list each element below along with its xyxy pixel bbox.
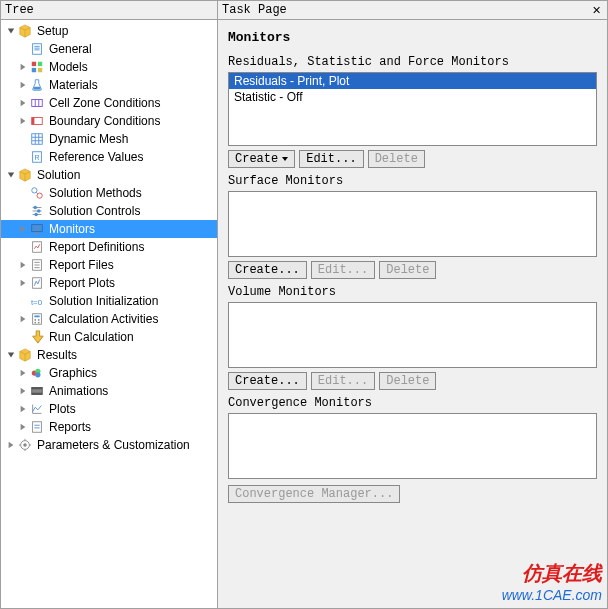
tree-item-report-definitions[interactable]: Report Definitions	[1, 238, 217, 256]
task-title: Task Page	[222, 3, 287, 17]
expand-icon[interactable]	[17, 261, 29, 269]
tree-item-graphics[interactable]: Graphics	[1, 364, 217, 382]
flask-icon	[29, 77, 45, 93]
convergence-listbox[interactable]	[228, 413, 597, 479]
tree-item-label: Animations	[48, 384, 108, 398]
report-def-icon	[29, 239, 45, 255]
controls-icon	[29, 203, 45, 219]
tree-item-boundary-conditions[interactable]: Boundary Conditions	[1, 112, 217, 130]
params-icon	[17, 437, 33, 453]
doc-icon	[29, 41, 45, 57]
expand-icon[interactable]	[17, 99, 29, 107]
volume-listbox[interactable]	[228, 302, 597, 368]
tree-item-solution-controls[interactable]: Solution Controls	[1, 202, 217, 220]
tree-item-label: Dynamic Mesh	[48, 132, 128, 146]
tree-item-label: Parameters & Customization	[36, 438, 190, 452]
tree-item-solution[interactable]: Solution	[1, 166, 217, 184]
expand-icon[interactable]	[5, 441, 17, 449]
monitor-icon	[29, 221, 45, 237]
page-heading: Monitors	[228, 30, 597, 45]
tree-item-solution-methods[interactable]: Solution Methods	[1, 184, 217, 202]
run-icon	[29, 329, 45, 345]
create-button-surface[interactable]: Create...	[228, 261, 307, 279]
create-button-volume[interactable]: Create...	[228, 372, 307, 390]
tree-item-materials[interactable]: Materials	[1, 76, 217, 94]
tree-item-label: Models	[48, 60, 88, 74]
delete-button[interactable]: Delete	[368, 150, 425, 168]
create-dropdown-button[interactable]: Create	[228, 150, 295, 168]
tree-item-run-calculation[interactable]: Run Calculation	[1, 328, 217, 346]
methods-icon	[29, 185, 45, 201]
tree-item-parameters-customization[interactable]: Parameters & Customization	[1, 436, 217, 454]
tree-item-reference-values[interactable]: Reference Values	[1, 148, 217, 166]
anim-icon	[29, 383, 45, 399]
tree-item-dynamic-mesh[interactable]: Dynamic Mesh	[1, 130, 217, 148]
tree-item-label: Reference Values	[48, 150, 144, 164]
edit-button[interactable]: Edit...	[299, 150, 363, 168]
tree-item-plots[interactable]: Plots	[1, 400, 217, 418]
tree-item-setup[interactable]: Setup	[1, 22, 217, 40]
tree-item-label: Monitors	[48, 222, 95, 236]
delete-button-surface[interactable]: Delete	[379, 261, 436, 279]
expand-icon[interactable]	[17, 225, 29, 233]
expand-icon[interactable]	[17, 387, 29, 395]
collapse-icon[interactable]	[5, 351, 17, 359]
expand-icon[interactable]	[17, 369, 29, 377]
tree-item-label: Solution Initialization	[48, 294, 158, 308]
tree-item-calculation-activities[interactable]: Calculation Activities	[1, 310, 217, 328]
tree-item-label: Results	[36, 348, 77, 362]
tree-item-label: Solution Controls	[48, 204, 140, 218]
delete-button-volume[interactable]: Delete	[379, 372, 436, 390]
expand-icon[interactable]	[17, 81, 29, 89]
task-panel: Task Page ✕ Monitors Residuals, Statisti…	[218, 0, 608, 609]
convergence-manager-button[interactable]: Convergence Manager...	[228, 485, 400, 503]
tree-item-label: Run Calculation	[48, 330, 134, 344]
collapse-icon[interactable]	[5, 27, 17, 35]
reports-icon	[29, 419, 45, 435]
models-icon	[29, 59, 45, 75]
tree-item-solution-initialization[interactable]: Solution Initialization	[1, 292, 217, 310]
graphics-icon	[29, 365, 45, 381]
tree-item-monitors[interactable]: Monitors	[1, 220, 217, 238]
list-item[interactable]: Statistic - Off	[229, 89, 596, 105]
tree-item-label: Plots	[48, 402, 76, 416]
tree-item-label: General	[48, 42, 92, 56]
expand-icon[interactable]	[17, 117, 29, 125]
tree-item-results[interactable]: Results	[1, 346, 217, 364]
edit-button-surface[interactable]: Edit...	[311, 261, 375, 279]
convergence-section-label: Convergence Monitors	[228, 396, 597, 410]
volume-section-label: Volume Monitors	[228, 285, 597, 299]
surface-section-label: Surface Monitors	[228, 174, 597, 188]
collapse-icon[interactable]	[5, 171, 17, 179]
tree-item-label: Boundary Conditions	[48, 114, 160, 128]
expand-icon[interactable]	[17, 63, 29, 71]
tree-item-label: Report Files	[48, 258, 114, 272]
edit-button-volume[interactable]: Edit...	[311, 372, 375, 390]
calc-icon	[29, 311, 45, 327]
tree-item-cell-zone-conditions[interactable]: Cell Zone Conditions	[1, 94, 217, 112]
expand-icon[interactable]	[17, 423, 29, 431]
tree-item-report-files[interactable]: Report Files	[1, 256, 217, 274]
dynmesh-icon	[29, 131, 45, 147]
init-icon	[29, 293, 45, 309]
expand-icon[interactable]	[17, 405, 29, 413]
list-item[interactable]: Residuals - Print, Plot	[229, 73, 596, 89]
expand-icon[interactable]	[17, 315, 29, 323]
surface-listbox[interactable]	[228, 191, 597, 257]
tree-item-general[interactable]: General	[1, 40, 217, 58]
tree-item-label: Report Definitions	[48, 240, 144, 254]
boundary-icon	[29, 113, 45, 129]
residuals-section-label: Residuals, Statistic and Force Monitors	[228, 55, 597, 69]
tree-item-label: Solution Methods	[48, 186, 142, 200]
tree-item-label: Calculation Activities	[48, 312, 158, 326]
tree-item-animations[interactable]: Animations	[1, 382, 217, 400]
task-title-bar: Task Page ✕	[218, 1, 607, 20]
tree-item-report-plots[interactable]: Report Plots	[1, 274, 217, 292]
close-icon[interactable]: ✕	[589, 3, 603, 17]
tree-title: Tree	[5, 3, 34, 17]
tree-item-reports[interactable]: Reports	[1, 418, 217, 436]
tree-body[interactable]: SetupGeneralModelsMaterialsCell Zone Con…	[1, 20, 217, 608]
residuals-listbox[interactable]: Residuals - Print, PlotStatistic - Off	[228, 72, 597, 146]
tree-item-models[interactable]: Models	[1, 58, 217, 76]
expand-icon[interactable]	[17, 279, 29, 287]
